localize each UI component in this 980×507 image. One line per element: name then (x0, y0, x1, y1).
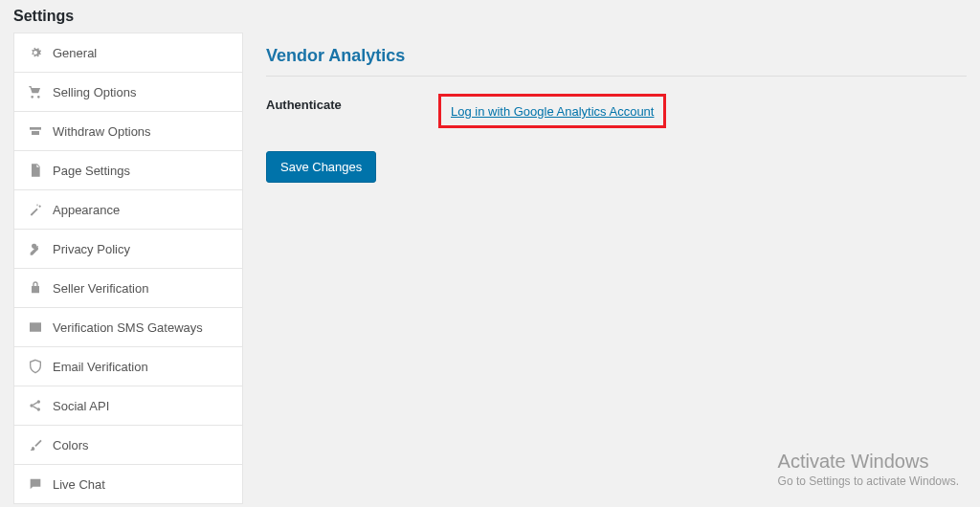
main-panel: Vendor Analytics Authenticate Log in wit… (266, 33, 967, 504)
wand-icon (28, 202, 43, 217)
sidebar-item-label: Colors (53, 438, 89, 452)
shield-icon (28, 359, 43, 374)
highlight-box: Log in with Google Analytics Account (438, 94, 666, 128)
settings-container: General Selling Options Withdraw Options… (0, 33, 980, 504)
svg-rect-1 (32, 131, 39, 135)
sidebar-item-label: Verification SMS Gateways (53, 320, 203, 335)
sidebar-item-live-chat[interactable]: Live Chat (14, 465, 243, 504)
section-title: Vendor Analytics (266, 46, 967, 77)
withdraw-icon (28, 123, 43, 139)
chat-icon (28, 476, 43, 492)
svg-rect-0 (30, 127, 41, 130)
sidebar-item-label: Withdraw Options (53, 124, 151, 139)
sidebar-item-label: Seller Verification (53, 281, 148, 296)
brush-icon (28, 437, 43, 452)
sidebar-item-general[interactable]: General (14, 33, 243, 73)
sidebar-item-label: Email Verification (53, 360, 148, 374)
sidebar-item-label: Privacy Policy (53, 242, 130, 256)
google-analytics-login-link[interactable]: Log in with Google Analytics Account (451, 104, 654, 119)
sidebar-item-social-api[interactable]: Social API (14, 386, 243, 426)
sidebar-item-seller-verification[interactable]: Seller Verification (14, 269, 243, 308)
key-icon (28, 241, 43, 256)
sidebar-item-label: Selling Options (53, 85, 136, 99)
mail-icon (28, 320, 43, 335)
sidebar-item-selling-options[interactable]: Selling Options (14, 73, 243, 112)
lock-icon (28, 280, 43, 296)
sidebar-item-label: General (53, 46, 97, 60)
page-icon (28, 163, 43, 178)
sidebar-item-colors[interactable]: Colors (14, 426, 243, 465)
share-icon (28, 398, 43, 413)
sidebar-item-label: Live Chat (53, 477, 105, 492)
sidebar-item-privacy-policy[interactable]: Privacy Policy (14, 230, 243, 269)
gear-icon (28, 45, 43, 60)
sidebar: General Selling Options Withdraw Options… (13, 33, 243, 504)
cart-icon (28, 84, 43, 99)
sidebar-item-label: Page Settings (53, 164, 130, 178)
save-button[interactable]: Save Changes (266, 151, 376, 183)
sidebar-item-email-verification[interactable]: Email Verification (14, 347, 243, 386)
sidebar-item-label: Appearance (53, 203, 120, 217)
sidebar-item-verification-sms-gateways[interactable]: Verification SMS Gateways (14, 308, 243, 347)
sidebar-item-withdraw-options[interactable]: Withdraw Options (14, 112, 243, 151)
sidebar-item-appearance[interactable]: Appearance (14, 190, 243, 230)
sidebar-item-label: Social API (53, 399, 109, 413)
page-title: Settings (0, 0, 980, 33)
sidebar-item-page-settings[interactable]: Page Settings (14, 151, 243, 190)
authenticate-row: Authenticate Log in with Google Analytic… (266, 94, 967, 128)
authenticate-label: Authenticate (266, 94, 438, 112)
